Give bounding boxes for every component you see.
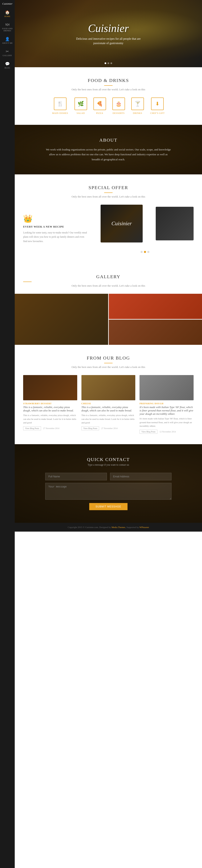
drinks-icon: 🍸 xyxy=(131,97,144,110)
about-icon: 👤 xyxy=(5,37,10,41)
sidebar-item-food[interactable]: 🍽 FOOD AND DRINKS xyxy=(0,20,15,34)
gallery-icon: ✂ xyxy=(6,49,9,54)
offer-left: 👑 EVERY WEEK A NEW RECIPE Looking for so… xyxy=(23,214,88,243)
food-categories: 🍴 Main Dishes 🌿 Salad 🍕 Pizza 🎂 Desserts… xyxy=(23,97,194,114)
blog-card-3-footer: View Blog Posts 12 November 2014 xyxy=(140,430,194,434)
about-text: We work with leading organizations acros… xyxy=(45,147,172,162)
blog-card-2-desc: This is a fantastic, reliable, everyday … xyxy=(81,413,136,425)
blog-card-3-title: It's been made with Italian Type '00' fl… xyxy=(140,406,194,415)
special-offer-subtitle: Only the best ones from all over the wor… xyxy=(23,195,194,198)
offer-dot-1[interactable] xyxy=(141,251,143,253)
blog-card-1-title: This is a fantastic, reliable, everyday … xyxy=(23,406,77,412)
gallery-cell-2[interactable] xyxy=(109,294,202,319)
blog-card-1: STRAWBERRY DESSERT This is a fantastic, … xyxy=(23,375,77,434)
sidebar: Cuisinier 🏠 HOME 🍽 FOOD AND DRINKS 👤 ABO… xyxy=(0,0,15,532)
contact-submit-button[interactable]: SUBMIT MESSAGE xyxy=(89,503,127,510)
gallery-grid xyxy=(15,294,202,345)
footer-supported: WPmaster xyxy=(139,526,149,528)
blog-card-3-date: 12 November 2014 xyxy=(160,431,176,433)
pizza-label: Pizza xyxy=(96,112,103,114)
special-offer-title: SPECIAL OFFER xyxy=(23,185,194,190)
cat-pizza[interactable]: 🍕 Pizza xyxy=(93,97,106,114)
footer-supported-link[interactable]: WPmaster xyxy=(139,526,149,528)
blog-card-1-desc: This is a fantastic, reliable, everyday … xyxy=(23,413,77,425)
offer-icon: 👑 xyxy=(23,214,88,223)
cat-salad[interactable]: 🌿 Salad xyxy=(75,97,87,114)
special-offer-divider xyxy=(104,192,113,193)
footer-copyright: Copyright 2015 © Cuisinier.com. Designed… xyxy=(68,526,111,528)
blog-section: From Our Blog Only the best ones from al… xyxy=(15,345,202,444)
gallery-cell-3[interactable] xyxy=(109,319,202,345)
blog-card-1-category: STRAWBERRY DESSERT xyxy=(23,402,77,405)
sidebar-item-about[interactable]: 👤 ABOUT ME xyxy=(0,34,15,46)
sidebar-item-blog[interactable]: 💬 BLOG xyxy=(0,59,15,71)
cat-desserts[interactable]: 🎂 Desserts xyxy=(112,97,125,114)
blog-card-2-category: CHEESE xyxy=(81,402,136,405)
hero-section: Cuisinier Delicious and innovative recip… xyxy=(15,0,202,67)
cat-main-dishes[interactable]: 🍴 Main Dishes xyxy=(52,97,68,114)
sidebar-item-gallery[interactable]: ✂ GALLERY xyxy=(0,46,15,59)
gallery-title: GALLERY xyxy=(23,274,194,279)
sidebar-item-blog-label: BLOG xyxy=(5,67,10,69)
offer-dot-2[interactable] xyxy=(144,251,146,253)
hero-dots xyxy=(105,62,112,64)
chefs-gift-label: Chef's Gift xyxy=(150,112,165,114)
about-section: ABOUT We work with leading organizations… xyxy=(15,125,202,175)
contact-section: QUICK CONTACT Type a message if you want… xyxy=(15,444,202,523)
salad-icon: 🌿 xyxy=(75,97,87,110)
offer-image-back xyxy=(156,207,194,240)
gallery-divider xyxy=(23,282,32,282)
main-dishes-label: Main Dishes xyxy=(52,112,68,114)
blog-card-1-link[interactable]: View Blog Posts xyxy=(23,426,41,430)
footer-designer-link[interactable]: Media Themes xyxy=(112,526,125,528)
sidebar-item-home[interactable]: 🏠 HOME xyxy=(0,7,15,20)
contact-name-input[interactable] xyxy=(45,473,107,480)
cat-drinks[interactable]: 🍸 Drinks xyxy=(131,97,144,114)
blog-card-3-link[interactable]: View Blog Posts xyxy=(140,430,157,434)
food-drinks-section: FOOD & DRINKS Only the best ones from al… xyxy=(15,67,202,125)
hero-dot-2[interactable] xyxy=(108,62,109,64)
home-icon: 🏠 xyxy=(5,10,10,15)
offer-content: 👑 EVERY WEEK A NEW RECIPE Looking for so… xyxy=(23,205,194,253)
cat-chefs-gift[interactable]: ⬇ Chef's Gift xyxy=(150,97,165,114)
drinks-label: Drinks xyxy=(133,112,142,114)
footer: Copyright 2015 © Cuisinier.com. Designed… xyxy=(15,523,202,532)
blog-card-2-title: This is a fantastic, reliable, everyday … xyxy=(81,406,136,412)
blog-card-1-image xyxy=(23,375,77,400)
contact-title: QUICK CONTACT xyxy=(32,457,185,462)
sidebar-item-food-label: FOOD AND DRINKS xyxy=(1,28,14,32)
contact-email-input[interactable] xyxy=(110,473,172,480)
blog-card-3: PREPARING DOUGH It's been made with Ital… xyxy=(140,375,194,434)
desserts-label: Desserts xyxy=(113,112,124,114)
special-offer-section: SPECIAL OFFER Only the best ones from al… xyxy=(15,175,202,264)
offer-dot-3[interactable] xyxy=(147,251,149,253)
offer-image-label: Cuisinier xyxy=(112,220,132,227)
food-drinks-subtitle: Only the best ones from all over the wor… xyxy=(23,88,194,91)
blog-card-3-desc: It's been made with Italian Type '00' fl… xyxy=(140,417,194,428)
gallery-cell-1[interactable] xyxy=(15,294,108,345)
hero-dot-1[interactable] xyxy=(105,62,106,64)
contact-form: SUBMIT MESSAGE xyxy=(45,473,172,510)
contact-row-1 xyxy=(45,473,172,480)
blog-card-2-footer: View Blog Posts 27 November 2014 xyxy=(81,426,136,430)
offer-image-stack: Cuisinier xyxy=(96,205,194,247)
contact-subtitle: Type a message if you want to contact us xyxy=(32,463,185,466)
blog-card-2-link[interactable]: View Blog Posts xyxy=(81,426,99,430)
blog-card-3-image xyxy=(140,375,194,400)
offer-right: Cuisinier xyxy=(96,205,194,253)
blog-subtitle: Only the best ones from all over the wor… xyxy=(23,365,194,369)
contact-message-textarea[interactable] xyxy=(45,483,172,500)
offer-dots xyxy=(96,251,194,253)
blog-icon: 💬 xyxy=(5,62,10,66)
sidebar-logo: Cuisinier xyxy=(2,2,12,5)
hero-title: Cuisinier xyxy=(88,22,129,34)
blog-card-2-image xyxy=(81,375,136,400)
sidebar-item-home-label: HOME xyxy=(4,16,10,18)
about-title: ABOUT xyxy=(32,137,185,143)
salad-label: Salad xyxy=(77,112,85,114)
blog-card-1-date: 27 November 2014 xyxy=(43,427,59,430)
blog-card-3-category: PREPARING DOUGH xyxy=(140,402,194,405)
gallery-subtitle: Only the best ones from all over the wor… xyxy=(23,284,194,287)
offer-heading: EVERY WEEK A NEW RECIPE xyxy=(23,225,88,228)
hero-dot-3[interactable] xyxy=(111,62,112,64)
